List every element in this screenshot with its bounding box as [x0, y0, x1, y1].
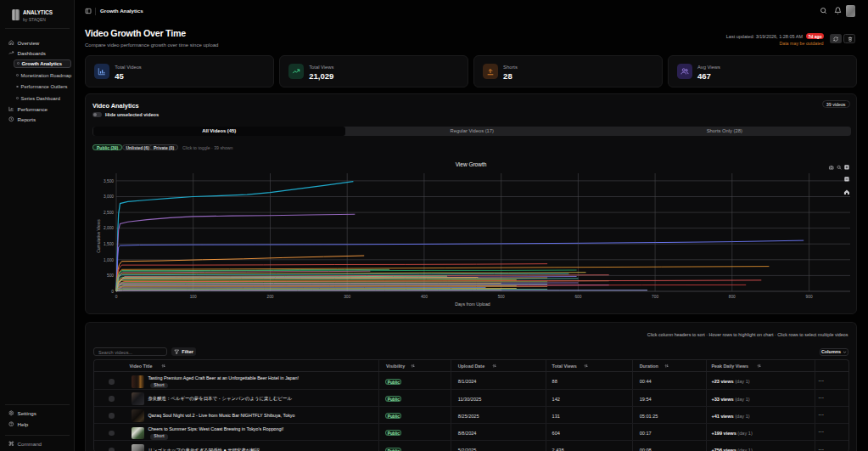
svg-text:0: 0 — [115, 295, 118, 299]
svg-text:500: 500 — [498, 295, 505, 299]
svg-text:View Growth: View Growth — [456, 161, 487, 167]
svg-text:3,000: 3,000 — [104, 194, 114, 199]
svg-text:3,500: 3,500 — [104, 179, 114, 183]
svg-text:2,000: 2,000 — [104, 226, 114, 230]
svg-text:600: 600 — [574, 295, 581, 299]
svg-text:Days from Upload: Days from Upload — [455, 302, 490, 307]
svg-text:700: 700 — [652, 295, 658, 299]
svg-text:1,500: 1,500 — [104, 242, 114, 246]
svg-text:900: 900 — [806, 295, 813, 299]
svg-text:500: 500 — [107, 273, 114, 278]
svg-text:300: 300 — [344, 295, 350, 299]
svg-text:100: 100 — [190, 295, 197, 299]
svg-text:0: 0 — [111, 290, 114, 294]
svg-text:Cumulative Views: Cumulative Views — [96, 219, 101, 253]
svg-text:2,500: 2,500 — [104, 211, 114, 215]
svg-text:400: 400 — [421, 295, 428, 299]
svg-text:1,000: 1,000 — [104, 258, 114, 262]
svg-text:800: 800 — [729, 295, 736, 299]
svg-text:200: 200 — [266, 295, 273, 299]
